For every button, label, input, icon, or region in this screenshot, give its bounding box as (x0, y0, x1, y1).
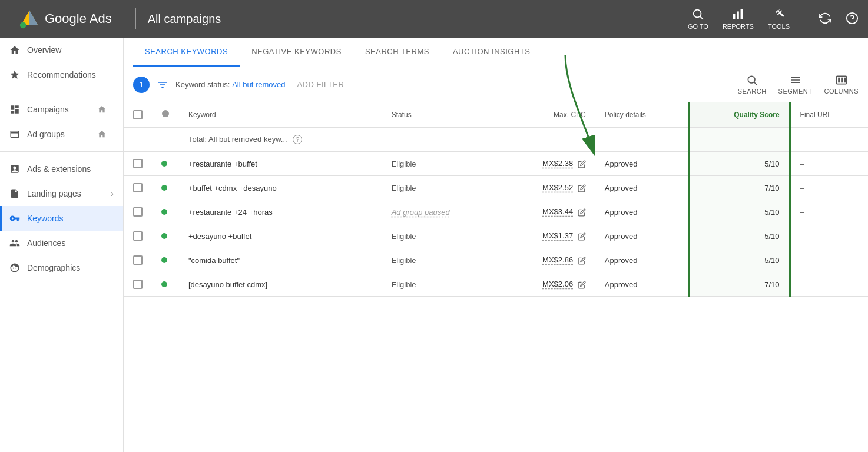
keyword-cell[interactable]: +restaurante +buffet (179, 152, 382, 176)
tab-search-terms[interactable]: SEARCH TERMS (353, 38, 441, 67)
columns-action-button[interactable]: COLUMNS (824, 74, 859, 95)
keyword-tabs: SEARCH KEYWORDS NEGATIVE KEYWORDS SEARCH… (124, 38, 868, 67)
status-cell: Eligible (382, 176, 500, 200)
url-cell: – (790, 176, 868, 200)
table-row: +desayuno +buffet Eligible MX$1.37 Appro… (124, 224, 868, 248)
keyword-cell[interactable]: [desayuno buffet cdmx] (179, 272, 382, 297)
help-button[interactable] (846, 12, 859, 26)
svg-marker-4 (29, 11, 38, 25)
page-title: All campaigns (148, 12, 221, 26)
search-action-button[interactable]: SEARCH (738, 74, 767, 95)
th-final-url[interactable]: Final URL (790, 102, 868, 127)
add-filter-button[interactable]: ADD FILTER (297, 80, 344, 89)
nav-right-actions: GO TO REPORTS TOOLS (688, 8, 859, 30)
nav-divider (135, 8, 136, 29)
status-cell: Eligible (382, 272, 500, 297)
sidebar-item-label: Ads & extensions (27, 164, 91, 174)
refresh-button[interactable] (819, 12, 831, 26)
svg-point-5 (20, 22, 26, 28)
total-help-icon[interactable]: ? (293, 135, 302, 144)
sidebar-item-keywords[interactable]: Keywords (0, 206, 123, 231)
svg-rect-9 (737, 11, 740, 19)
status-indicator (161, 257, 167, 263)
svg-point-15 (162, 110, 169, 117)
table-row: "comida buffet" Eligible MX$2.86 Approve… (124, 248, 868, 272)
cpc-cell[interactable]: MX$2.06 (500, 272, 595, 297)
url-cell: – (790, 224, 868, 248)
keyword-cell[interactable]: +restaurante +24 +horas (179, 200, 382, 224)
row-checkbox[interactable] (133, 183, 143, 192)
svg-line-7 (701, 16, 704, 19)
tab-search-keywords[interactable]: SEARCH KEYWORDS (133, 38, 240, 67)
filter-icon (157, 79, 168, 91)
row-checkbox[interactable] (133, 255, 143, 265)
th-quality-score[interactable]: Quality Score (688, 102, 790, 127)
status-indicator (161, 209, 167, 215)
filter-status-value[interactable]: All but removed (232, 80, 285, 89)
svg-rect-10 (741, 9, 743, 19)
row-checkbox[interactable] (133, 207, 143, 217)
google-ads-logo: Google Ads (19, 8, 112, 29)
th-max-cpc[interactable]: Max. CPC (500, 102, 595, 127)
quality-score-cell: 5/10 (688, 152, 790, 176)
policy-cell: Approved (595, 176, 688, 200)
th-status-dot (152, 102, 179, 127)
sidebar-item-recommendations[interactable]: Recommendations (0, 62, 123, 87)
policy-cell: Approved (595, 224, 688, 248)
url-cell: – (790, 272, 868, 297)
th-checkbox (124, 102, 152, 127)
select-all-checkbox[interactable] (133, 110, 143, 119)
main-layout: Overview Recommendations Campaigns Ad gr… (0, 38, 868, 452)
segment-action-button[interactable]: SEGMENT (778, 74, 813, 95)
sidebar-item-label: Recommendations (27, 70, 96, 79)
sidebar-item-ad-groups[interactable]: Ad groups (0, 122, 123, 147)
row-checkbox[interactable] (133, 280, 143, 289)
app-name: Google Ads (45, 11, 112, 26)
table-row: +buffet +cdmx +desayuno Eligible MX$2.52… (124, 176, 868, 200)
reports-button[interactable]: REPORTS (723, 8, 754, 30)
tab-negative-keywords[interactable]: NEGATIVE KEYWORDS (240, 38, 353, 67)
sidebar-item-landing-pages[interactable]: Landing pages › (0, 181, 123, 206)
quality-score-cell: 5/10 (688, 200, 790, 224)
cpc-cell[interactable]: MX$1.37 (500, 224, 595, 248)
keyword-cell[interactable]: +desayuno +buffet (179, 224, 382, 248)
row-checkbox[interactable] (133, 231, 143, 241)
th-keyword[interactable]: Keyword (179, 102, 382, 127)
sidebar-item-overview[interactable]: Overview (0, 38, 123, 62)
cpc-cell[interactable]: MX$3.44 (500, 200, 595, 224)
total-qs-cell (688, 127, 790, 152)
cpc-cell[interactable]: MX$2.52 (500, 176, 595, 200)
policy-cell: Approved (595, 152, 688, 176)
sidebar-item-label: Keywords (27, 214, 63, 223)
policy-cell: Approved (595, 200, 688, 224)
quality-score-cell: 7/10 (688, 272, 790, 297)
keyword-cell[interactable]: +buffet +cdmx +desayuno (179, 176, 382, 200)
row-checkbox[interactable] (133, 159, 143, 168)
sidebar: Overview Recommendations Campaigns Ad gr… (0, 38, 124, 452)
sidebar-item-audiences[interactable]: Audiences (0, 231, 123, 255)
sidebar-item-campaigns[interactable]: Campaigns (0, 97, 123, 122)
total-status-cell (382, 127, 500, 152)
total-cpc-cell (500, 127, 595, 152)
keyword-cell[interactable]: "comida buffet" (179, 248, 382, 272)
goto-button[interactable]: GO TO (688, 8, 708, 30)
quality-score-cell: 5/10 (688, 248, 790, 272)
filter-keyword-status-label: Keyword status: All but removed (175, 80, 285, 89)
keywords-table: Keyword Status Max. CPC Policy details Q (124, 102, 868, 297)
total-label-cell: Total: All but removed keyw... ? (179, 127, 382, 152)
status-cell: Eligible (382, 224, 500, 248)
url-cell: – (790, 200, 868, 224)
tab-auction-insights[interactable]: AUCTION INSIGHTS (441, 38, 542, 67)
policy-cell: Approved (595, 272, 688, 297)
sidebar-item-ads-extensions[interactable]: Ads & extensions (0, 157, 123, 181)
th-policy-details[interactable]: Policy details (595, 102, 688, 127)
sidebar-item-demographics[interactable]: Demographics (0, 255, 123, 280)
cpc-cell[interactable]: MX$2.86 (500, 248, 595, 272)
main-content: SEARCH KEYWORDS NEGATIVE KEYWORDS SEARCH… (124, 38, 868, 452)
top-navigation: Google Ads All campaigns GO TO REPORTS T… (0, 0, 868, 38)
cpc-cell[interactable]: MX$2.38 (500, 152, 595, 176)
th-status[interactable]: Status (382, 102, 500, 127)
table-row: +restaurante +24 +horas Ad group paused … (124, 200, 868, 224)
sidebar-item-label: Landing pages (27, 189, 81, 198)
tools-button[interactable]: TOOLS (768, 8, 790, 30)
